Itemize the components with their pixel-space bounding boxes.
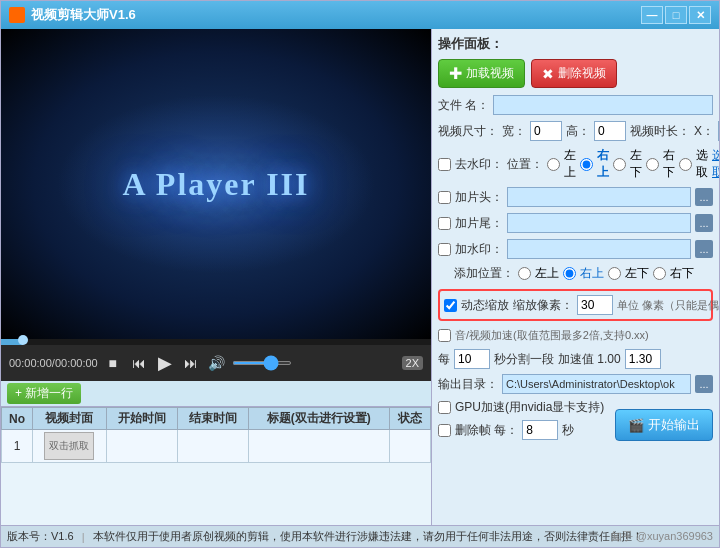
time-display: 00:00:00/00:00:00 <box>9 357 98 369</box>
volume-button[interactable]: 🔊 <box>206 352 228 374</box>
header-input[interactable] <box>507 187 691 207</box>
start-icon: 🎬 <box>628 418 644 433</box>
action-buttons: ✚ 加载视频 ✖ 删除视频 <box>438 59 713 88</box>
pos-bottomleft[interactable]: 左下 <box>613 147 642 181</box>
app-icon <box>9 7 25 23</box>
watermark-file-input[interactable] <box>507 239 691 259</box>
dynamic-zoom-label: 动态缩放 <box>461 297 509 314</box>
col-status: 状态 <box>389 408 430 430</box>
row-status <box>389 430 430 463</box>
height-input[interactable] <box>594 121 626 141</box>
stop-button[interactable]: ■ <box>102 352 124 374</box>
width-label: 宽： <box>502 123 526 140</box>
row-no: 1 <box>2 430 33 463</box>
maximize-button[interactable]: □ <box>665 6 687 24</box>
row-end[interactable] <box>177 430 248 463</box>
speed-label: 音/视频加速(取值范围最多2倍,支持0.xx) <box>455 328 649 343</box>
gpu-start-row: GPU加速(用nvidia显卡支持) 删除帧 每： 秒 🎬 开始输出 <box>438 399 713 441</box>
title-bar: 视频剪辑大师V1.6 — □ ✕ <box>1 1 719 29</box>
start-output-button[interactable]: 🎬 开始输出 <box>615 409 713 441</box>
addpos-left[interactable]: 左上 <box>518 265 559 282</box>
row-title[interactable] <box>248 430 389 463</box>
pos-select[interactable]: 选取 <box>679 147 708 181</box>
video-screen: A Player III <box>1 29 431 339</box>
player-title: A Player III <box>123 166 310 203</box>
duration-label: 视频时长： <box>630 123 690 140</box>
gpu-checkbox[interactable] <box>438 401 451 414</box>
add-position-row: 添加位置： 左上 右上 左下 右下 <box>438 265 713 282</box>
watermark-browse-button[interactable]: ... <box>695 240 713 258</box>
gpu-row: GPU加速(用nvidia显卡支持) <box>438 399 604 416</box>
play-button[interactable]: ▶ <box>154 352 176 374</box>
pixel-input[interactable] <box>577 295 613 315</box>
output-browse-button[interactable]: ... <box>695 375 713 393</box>
panel-title: 操作面板： <box>438 35 713 53</box>
pixel-unit: 单位 像素（只能是偶数） <box>617 298 719 313</box>
speed-value2-input[interactable] <box>625 349 661 369</box>
close-button[interactable]: ✕ <box>689 6 711 24</box>
right-panel: 操作面板： ✚ 加载视频 ✖ 删除视频 文件 名： 视频尺寸： <box>431 29 719 525</box>
add-header-checkbox[interactable] <box>438 191 451 204</box>
watermark-checkbox[interactable] <box>438 158 451 171</box>
progress-bar-container[interactable] <box>1 339 431 345</box>
addpos-bottomleft[interactable]: 左下 <box>608 265 649 282</box>
pos-bottomright[interactable]: 右下 <box>646 147 675 181</box>
add-video-button[interactable]: ✚ 加载视频 <box>438 59 525 88</box>
select-area-link[interactable]: 选取 <box>712 147 719 181</box>
col-end: 结束时间 <box>177 408 248 430</box>
speed-checkbox[interactable] <box>438 329 451 342</box>
add-header-row: 加片头： ... <box>438 187 713 207</box>
x-label: X： <box>694 123 714 140</box>
col-start: 开始时间 <box>106 408 177 430</box>
remove-unit: 秒 <box>562 422 574 439</box>
output-label: 输出目录： <box>438 376 498 393</box>
prev-button[interactable]: ⏮ <box>128 352 150 374</box>
add-tail-label: 加片尾： <box>455 215 503 232</box>
video-panel: A Player III 00:00:00/00:00:00 ■ ⏮ ▶ ⏭ 🔊… <box>1 29 431 525</box>
speed-badge: 2X <box>402 356 423 370</box>
header-browse-button[interactable]: ... <box>695 188 713 206</box>
remove-frame-checkbox[interactable] <box>438 424 451 437</box>
filename-label: 文件 名： <box>438 97 489 114</box>
width-input[interactable] <box>530 121 562 141</box>
x-input[interactable] <box>718 121 719 141</box>
window-title: 视频剪辑大师V1.6 <box>31 6 641 24</box>
output-path-input[interactable] <box>502 374 691 394</box>
minimize-button[interactable]: — <box>641 6 663 24</box>
dynamic-zoom-row: 动态缩放 缩放像素： 单位 像素（只能是偶数） <box>444 295 707 315</box>
del-icon: ✖ <box>542 66 554 82</box>
tail-input[interactable] <box>507 213 691 233</box>
next-button[interactable]: ⏭ <box>180 352 202 374</box>
row-start[interactable] <box>106 430 177 463</box>
remove-frame-row: 删除帧 每： 秒 <box>438 420 604 440</box>
filename-input[interactable] <box>493 95 713 115</box>
addpos-right[interactable]: 右上 <box>563 265 604 282</box>
tail-browse-button[interactable]: ... <box>695 214 713 232</box>
per-unit: 秒分割一段 <box>494 351 554 368</box>
filename-row: 文件 名： <box>438 95 713 115</box>
del-video-button[interactable]: ✖ 删除视频 <box>531 59 617 88</box>
per-input[interactable] <box>454 349 490 369</box>
col-title: 标题(双击进行设置) <box>248 408 389 430</box>
add-watermark-label: 加水印： <box>455 241 503 258</box>
dynamic-zoom-checkbox[interactable] <box>444 299 457 312</box>
progress-handle[interactable] <box>18 335 28 345</box>
col-no: No <box>2 408 33 430</box>
add-row-button[interactable]: + 新增一行 <box>7 383 81 404</box>
size-label: 视频尺寸： <box>438 123 498 140</box>
volume-slider[interactable] <box>232 361 292 365</box>
thumb-capture[interactable]: 双击抓取 <box>44 432 94 460</box>
pos-topleft[interactable]: 左上 <box>547 147 576 181</box>
bottom-panel: + 新增一行 No 视频封面 开始时间 结束时间 标题(双击进行设置) 状态 <box>1 381 431 525</box>
col-thumb: 视频封面 <box>33 408 107 430</box>
add-tail-checkbox[interactable] <box>438 217 451 230</box>
add-watermark-checkbox[interactable] <box>438 243 451 256</box>
segments-table: No 视频封面 开始时间 结束时间 标题(双击进行设置) 状态 1 <box>1 407 431 463</box>
speed-value: 加速值 1.00 <box>558 351 621 368</box>
pos-topright[interactable]: 右上 <box>580 147 609 181</box>
remove-value-input[interactable] <box>522 420 558 440</box>
watermark: 知乎 @xuyan369963 <box>611 529 713 544</box>
split-row: 每 秒分割一段 加速值 1.00 <box>438 349 713 369</box>
addpos-bottomright[interactable]: 右下 <box>653 265 694 282</box>
speed-row: 音/视频加速(取值范围最多2倍,支持0.xx) <box>438 328 713 343</box>
